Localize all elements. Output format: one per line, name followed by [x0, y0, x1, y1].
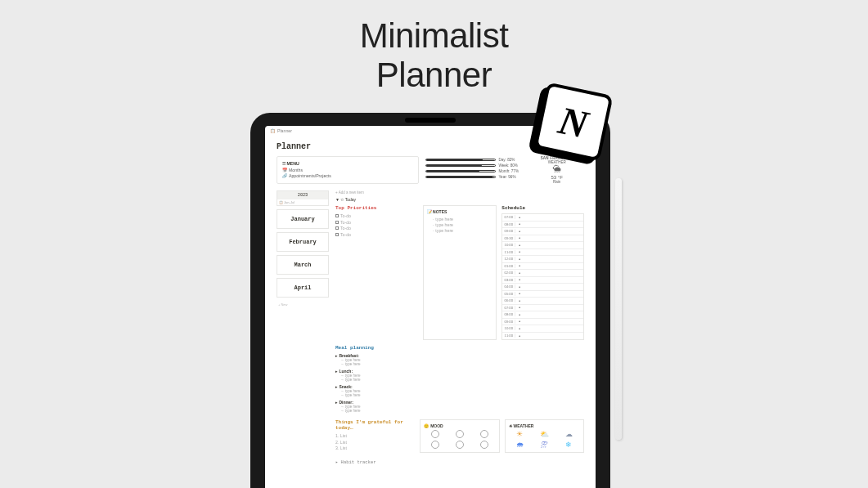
- schedule-section: Schedule 07:00•08:00•09:00•09:30•10:00•1…: [501, 205, 584, 340]
- schedule-row[interactable]: 12:00•: [502, 256, 583, 263]
- weather-widget: SAN FRANCISCO WEATHER 🌦 53 °F Rain: [529, 156, 584, 184]
- todo-item[interactable]: To-do: [335, 220, 418, 225]
- meal-line[interactable]: type here: [335, 378, 584, 382]
- mood-option[interactable]: [431, 430, 439, 438]
- notion-logo: N: [533, 82, 613, 161]
- progress-block: Day: 82% Week: 80% Month: 77% Year: 96%: [425, 156, 524, 184]
- meal-line[interactable]: type here: [335, 393, 584, 397]
- schedule-row[interactable]: 05:00•: [502, 291, 583, 298]
- schedule-row[interactable]: 10:00•: [502, 242, 583, 249]
- mood-option[interactable]: [480, 441, 488, 449]
- weather-option[interactable]: ☀: [516, 430, 523, 438]
- weather-option[interactable]: ☁: [565, 430, 573, 438]
- meal-line[interactable]: type here: [335, 362, 584, 366]
- mood-card: 🙂MOOD: [420, 419, 499, 453]
- mood-icon: 🙂: [424, 423, 429, 428]
- sun-icon: ☀: [509, 423, 512, 428]
- menu-item-appointments[interactable]: 🔗Appointments/Projects: [282, 173, 413, 178]
- schedule-row[interactable]: 04:00•: [502, 284, 583, 291]
- year-header[interactable]: 2023: [277, 190, 329, 199]
- stylus: [615, 178, 622, 440]
- priorities-section: Top Priorities To-do To-do To-do To-do: [335, 205, 418, 340]
- gratitude-section: Things I'm grateful for today… 1. List 2…: [335, 419, 415, 453]
- schedule-row[interactable]: 08:00•: [502, 311, 583, 319]
- gratitude-item[interactable]: 1. List: [335, 433, 415, 438]
- tablet-frame: 📋 Planner Edited just now Sh Planner ☰ M…: [250, 113, 610, 488]
- gratitude-item[interactable]: 2. List: [335, 440, 415, 445]
- mood-option[interactable]: [480, 430, 488, 438]
- schedule-row[interactable]: 06:00•: [502, 298, 583, 305]
- weather-option[interactable]: 🌧: [516, 441, 524, 449]
- weather-option[interactable]: ⛅: [540, 430, 549, 438]
- schedule-row[interactable]: 08:00•: [502, 222, 583, 229]
- todo-item[interactable]: To-do: [335, 226, 418, 231]
- meal-line[interactable]: type here: [335, 409, 584, 413]
- month-february[interactable]: February: [277, 232, 329, 252]
- habit-tracker-link[interactable]: ▸ Habit tracker: [335, 459, 584, 465]
- weather-picker: ☀WEATHER ☀⛅☁🌧⛈❄: [505, 419, 584, 453]
- hero-title: Minimalist Planner: [0, 16, 868, 96]
- month-march[interactable]: March: [277, 255, 329, 275]
- weather-option[interactable]: ❄: [565, 441, 572, 449]
- month-april[interactable]: April: [277, 278, 329, 298]
- year-sub[interactable]: 📋 Jan-Jul: [277, 199, 329, 206]
- menu-card: ☰ MENU 📅Months 🔗Appointments/Projects: [277, 156, 419, 184]
- app-screen: 📋 Planner Edited just now Sh Planner ☰ M…: [265, 126, 596, 488]
- schedule-row[interactable]: 11:00•: [502, 333, 583, 340]
- breadcrumb[interactable]: Planner: [277, 128, 292, 133]
- menu-item-months[interactable]: 📅Months: [282, 168, 413, 172]
- todo-item[interactable]: To-do: [335, 213, 418, 218]
- weather-icon: 🌦: [529, 164, 584, 173]
- months-column: 2023 📋 Jan-Jul January February March Ap…: [277, 190, 329, 308]
- schedule-row[interactable]: 09:00•: [502, 319, 583, 326]
- schedule-row[interactable]: 01:00•: [502, 263, 583, 271]
- schedule-row[interactable]: 11:00•: [502, 249, 583, 257]
- notes-card: 📝 NOTES type here type here type here: [423, 205, 497, 340]
- gratitude-item[interactable]: 3. List: [335, 445, 415, 450]
- month-new[interactable]: + New: [277, 301, 329, 308]
- mood-option[interactable]: [456, 441, 464, 449]
- note-line[interactable]: type here: [427, 228, 493, 233]
- mood-option[interactable]: [431, 441, 439, 449]
- schedule-row[interactable]: 03:00•: [502, 277, 583, 284]
- today-toggle[interactable]: ▼ ☆ Today: [335, 197, 584, 202]
- schedule-row[interactable]: 09:00•: [502, 228, 583, 235]
- weather-option[interactable]: ⛈: [541, 441, 548, 449]
- tablet-camera: [405, 118, 456, 123]
- todo-item[interactable]: To-do: [335, 232, 418, 237]
- note-line[interactable]: type here: [427, 222, 493, 227]
- priorities-title: Top Priorities: [335, 205, 418, 211]
- schedule-row[interactable]: 07:00•: [502, 305, 583, 312]
- mood-option[interactable]: [456, 430, 464, 438]
- add-new-item[interactable]: + Add a new item: [335, 190, 584, 195]
- schedule-row[interactable]: 10:00•: [502, 325, 583, 333]
- schedule-row[interactable]: 07:00•: [502, 214, 583, 222]
- month-january[interactable]: January: [277, 209, 329, 229]
- schedule-row[interactable]: 09:30•: [502, 235, 583, 243]
- meals-section: Meal planning Breakfast:type heretype he…: [335, 345, 584, 413]
- note-line[interactable]: type here: [427, 217, 493, 222]
- page-icon: 📋: [270, 128, 275, 133]
- schedule-row[interactable]: 02:00•: [502, 270, 583, 277]
